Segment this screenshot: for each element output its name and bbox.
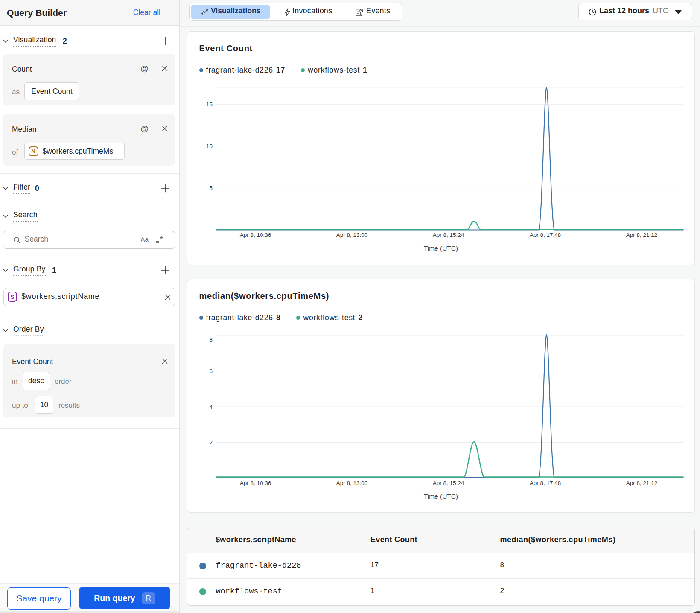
svg-text:Apr 8, 17:48: Apr 8, 17:48 — [529, 480, 561, 486]
svg-text:Apr 8, 10:36: Apr 8, 10:36 — [239, 232, 271, 238]
svg-text:Apr 8, 21:12: Apr 8, 21:12 — [626, 232, 657, 238]
svg-text:Time (UTC): Time (UTC) — [423, 245, 458, 252]
svg-text:5: 5 — [209, 185, 213, 191]
svg-text:Apr 8, 17:48: Apr 8, 17:48 — [529, 232, 561, 238]
svg-text:Apr 8, 13:00: Apr 8, 13:00 — [336, 480, 368, 486]
svg-text:*: * — [160, 235, 163, 245]
svg-text:10: 10 — [206, 143, 212, 149]
svg-text:Apr 8, 15:24: Apr 8, 15:24 — [432, 480, 464, 486]
svg-text:Apr 8, 10:36: Apr 8, 10:36 — [239, 480, 271, 486]
svg-text:2: 2 — [209, 439, 213, 446]
svg-text:Time (UTC): Time (UTC) — [423, 493, 458, 500]
svg-text:Apr 8, 15:24: Apr 8, 15:24 — [432, 232, 464, 238]
svg-text:8: 8 — [209, 336, 213, 343]
svg-text:6: 6 — [209, 368, 213, 374]
svg-text:Apr 8, 21:12: Apr 8, 21:12 — [626, 480, 657, 486]
svg-text:Apr 8, 13:00: Apr 8, 13:00 — [336, 232, 368, 238]
svg-text:15: 15 — [206, 101, 212, 108]
svg-text:4: 4 — [209, 404, 213, 410]
